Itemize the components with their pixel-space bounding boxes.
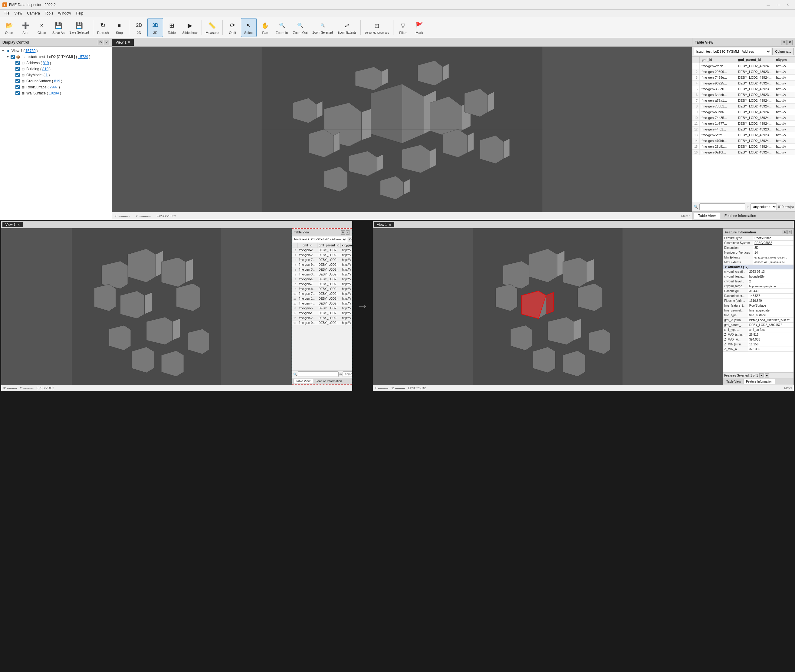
menu-help[interactable]: Help	[74, 11, 86, 16]
table-row[interactable]: 14 fme-gen-c79bb... DEBY_LOD2_43924... h…	[693, 138, 795, 144]
mini-search-input[interactable]	[298, 371, 339, 377]
close-file-button[interactable]: ✕ Close	[34, 18, 50, 37]
tree-citymodel[interactable]: ⊞ CityModel ( 1 )	[1, 72, 110, 78]
slideshow-button[interactable]: ▶ Slideshow	[180, 18, 200, 37]
display-control-float-btn[interactable]: ⧉	[98, 40, 103, 45]
tree-toggle-wallsurface[interactable]	[11, 91, 14, 95]
bottom-right-view-canvas[interactable]	[373, 228, 723, 385]
tree-toggle-dataset[interactable]: ▼	[6, 55, 10, 59]
dataset-checkbox[interactable]	[11, 55, 15, 59]
search-input[interactable]	[699, 203, 745, 210]
bottom-dataset-dropdown[interactable]: lstadt_test_LoD2 [CITYGML] - Address	[293, 237, 347, 242]
mini-col-citygm[interactable]: citygm	[341, 243, 352, 248]
view1-count[interactable]: 15739	[26, 49, 35, 53]
table-row[interactable]: 13 fme-gen-5efe5... DEBY_LOD2_43923... h…	[693, 132, 795, 138]
coord-system-value[interactable]: EPSG:25832	[753, 241, 793, 245]
mini-table-row[interactable]: 12 fme-gen-44f01... DEBY_LOD2_43923... h…	[292, 301, 352, 306]
table-row[interactable]: 9 fme-gen-b3c86... DEBY_LOD2_43924... ht…	[693, 109, 795, 115]
mini-tab-feature-info[interactable]: Feature Information	[313, 379, 344, 384]
orbit-button[interactable]: ⟳ Orbit	[224, 18, 240, 37]
pan-button[interactable]: ✋ Pan	[257, 18, 273, 37]
citymodel-checkbox[interactable]	[16, 73, 20, 77]
tree-dataset[interactable]: ▼ 📦 Ingolstadt_test_LoD2 [CITYGML] ( 157…	[1, 54, 110, 60]
mini-table-row[interactable]: 1 fme-gen-2feeb... DEBY_LOD2_43924... ht…	[292, 248, 352, 253]
stop-button[interactable]: ■ Stop	[111, 18, 127, 37]
roofsurface-checkbox[interactable]	[16, 85, 20, 89]
display-control-close-btn[interactable]: ✕	[104, 40, 109, 45]
mini-table-row[interactable]: 6 fme-gen-3a4cb... DEBY_LOD2_43923... ht…	[292, 272, 352, 277]
mini-col-gml-parent[interactable]: gml_parent_id	[317, 243, 341, 248]
bottom-right-view1-tab[interactable]: View 1 ✕	[374, 222, 395, 227]
next-feature-btn[interactable]: ▶	[765, 373, 769, 378]
feature-info-float-btn[interactable]: ⧉	[782, 230, 787, 234]
table-row[interactable]: 8 fme-gen-786b1... DEBY_LOD2_43924... ht…	[693, 104, 795, 109]
view1-tab-close[interactable]: ✕	[128, 40, 130, 44]
add-button[interactable]: ➕ Add	[18, 18, 33, 37]
table-scroll[interactable]: gml_id gml_parent_id citygm 1 fme-gen-2f…	[693, 57, 795, 202]
attributes-section-header[interactable]: ▼ Attributes (17)	[723, 265, 793, 269]
table-row[interactable]: 16 fme-gen-0a10f... DEBY_LOD2_43924... h…	[693, 150, 795, 155]
refresh-button[interactable]: ↻ Refresh	[95, 18, 111, 37]
open-button[interactable]: 📂 Open	[1, 18, 17, 37]
bottom-table-close-btn[interactable]: ✕	[346, 230, 350, 235]
table-view-float-btn[interactable]: ⧉	[781, 40, 787, 45]
tree-toggle-view1[interactable]: ▼	[1, 49, 5, 53]
table-row[interactable]: 1 fme-gen-2feeb... DEBY_LOD2_43924... ht…	[693, 63, 795, 69]
mini-table-row[interactable]: 11 fme-gen-1b777... DEBY_LOD2_43924... h…	[292, 296, 352, 301]
mini-table-row[interactable]: 8 fme-gen-786b1... DEBY_LOD2_43924... ht…	[292, 282, 352, 286]
tree-wallsurface[interactable]: ⊞ WallSurface ( 10284 )	[1, 90, 110, 96]
col-header-gml-id[interactable]: gml_id	[700, 57, 736, 63]
fi-tab-table-view[interactable]: Table View	[724, 379, 743, 384]
table-row[interactable]: 12 fme-gen-44f01... DEBY_LOD2_43923... h…	[693, 126, 795, 132]
columns-button[interactable]: Columns...	[772, 48, 794, 55]
table-row[interactable]: 2 fme-gen-29809... DEBY_LOD2_43923... ht…	[693, 69, 795, 75]
mini-table-row[interactable]: 7 fme-gen-a78a1... DEBY_LOD2_43924... ht…	[292, 277, 352, 282]
mini-col-gml-id[interactable]: gml_id	[298, 243, 317, 248]
mini-table-row[interactable]: 15 fme-gen-28c91... DEBY_LOD2_43924... h…	[292, 316, 352, 320]
address-checkbox[interactable]	[16, 61, 20, 65]
bottom-left-view-canvas[interactable]	[1, 228, 292, 385]
table-row[interactable]: 10 fme-gen-74a35... DEBY_LOD2_43924... h…	[693, 115, 795, 121]
minimize-button[interactable]: —	[763, 2, 773, 8]
save-as-button[interactable]: 💾 Save As	[50, 18, 67, 37]
address-count[interactable]: 819	[43, 61, 49, 65]
tree-toggle-building[interactable]	[11, 67, 14, 71]
mini-tab-table-view[interactable]: Table View	[293, 379, 313, 384]
fi-tab-feature-info[interactable]: Feature Information	[743, 379, 775, 384]
mini-table-row[interactable]: 2 fme-gen-29809... DEBY_LOD2_43923... ht…	[292, 253, 352, 258]
tree-view1[interactable]: ▼ ■ View 1 ( 15739 )	[1, 48, 110, 54]
table-dataset-dropdown[interactable]: lstadt_test_LoD2 [CITYGML] - Address	[694, 48, 771, 55]
tree-toggle-citymodel[interactable]	[11, 73, 14, 77]
mini-table-row[interactable]: 10 fme-gen-74a35... DEBY_LOD2_43924... h…	[292, 291, 352, 296]
table-view-close-btn[interactable]: ✕	[787, 40, 793, 45]
view-canvas[interactable]	[112, 46, 692, 212]
wallsurface-checkbox[interactable]	[16, 91, 20, 95]
view1-checkbox[interactable]: ■	[6, 48, 11, 53]
prev-feature-btn[interactable]: ◀	[759, 373, 763, 378]
view1-tab[interactable]: View 1 ✕	[112, 39, 134, 46]
col-header-gml-parent-id[interactable]: gml_parent_id	[736, 57, 774, 63]
feature-info-scroll[interactable]: Feature Type RoofSurface Coordinate Syst…	[723, 236, 793, 372]
filter-button[interactable]: ▽ Filter	[395, 18, 411, 37]
close-button[interactable]: ✕	[783, 2, 793, 8]
tree-toggle-address[interactable]	[11, 61, 14, 65]
dataset-count[interactable]: 15739	[78, 55, 88, 59]
tab-table-view[interactable]: Table View	[694, 212, 720, 219]
bottom-table-scroll[interactable]: gml_id gml_parent_id citygm 1 fme-gen-2f…	[292, 243, 352, 370]
tree-groundsurface[interactable]: ⊞ GroundSurface ( 819 )	[1, 78, 110, 84]
bottom-view1-tab[interactable]: View 1 ✕	[2, 222, 23, 227]
building-count[interactable]: 819	[42, 67, 48, 71]
menu-file[interactable]: File	[1, 11, 12, 16]
citymodel-count[interactable]: 1	[46, 73, 48, 77]
select-no-geometry-button[interactable]: ⊡ Select No Geometry	[363, 18, 391, 37]
zoom-out-button[interactable]: 🔍 Zoom Out	[291, 18, 310, 37]
mark-button[interactable]: 🚩 Mark	[411, 18, 427, 37]
bottom-view1-close[interactable]: ✕	[18, 223, 20, 226]
menu-window[interactable]: Window	[56, 11, 74, 16]
groundsurface-checkbox[interactable]	[16, 79, 20, 83]
zoom-selected-button[interactable]: 🔍 Zoom Selected	[310, 18, 335, 37]
2d-button[interactable]: 2D 2D	[131, 18, 147, 37]
table-row[interactable]: 7 fme-gen-a78a1... DEBY_LOD2_43924... ht…	[693, 98, 795, 104]
roofsurface-count[interactable]: 2997	[50, 85, 58, 89]
table-row[interactable]: 6 fme-gen-3a4cb... DEBY_LOD2_43923... ht…	[693, 92, 795, 98]
